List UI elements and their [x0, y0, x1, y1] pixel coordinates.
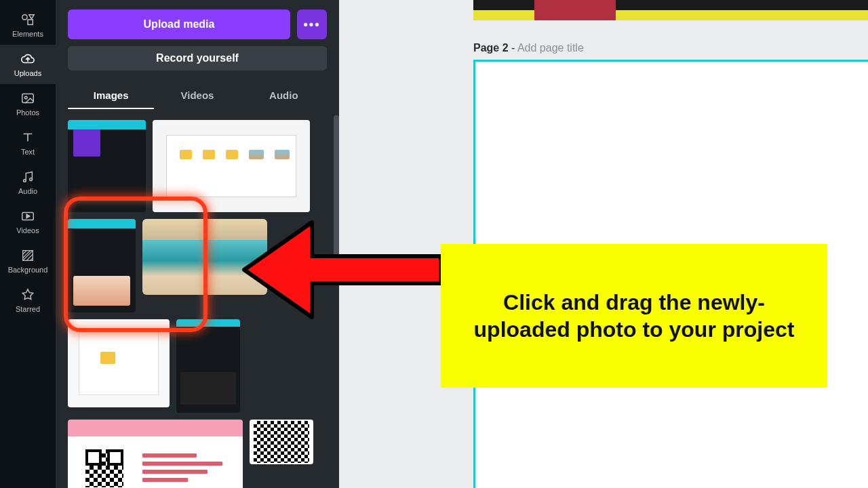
page-title-placeholder[interactable]: Add page title	[517, 42, 584, 54]
upload-thumbnail[interactable]	[68, 219, 136, 312]
sidebar-item-label: Starred	[16, 305, 40, 313]
sidebar-item-label: Audio	[18, 187, 37, 195]
page-preview-cropped	[473, 0, 868, 20]
upload-thumbnail[interactable]	[68, 420, 243, 488]
sidebar-item-label: Photos	[16, 108, 39, 117]
shapes-icon	[20, 12, 35, 27]
uploads-grid	[68, 120, 327, 488]
hatch-icon	[20, 248, 35, 263]
upload-more-button[interactable]: •••	[297, 9, 327, 39]
upload-thumbnail[interactable]	[153, 120, 310, 212]
sidebar-item-label: Text	[21, 148, 35, 156]
upload-thumbnail[interactable]	[68, 319, 170, 407]
upload-thumbnail[interactable]	[68, 120, 146, 212]
sidebar-item-starred[interactable]: Starred	[0, 281, 56, 320]
tutorial-callout-text: Click and drag the newly-uploaded photo …	[465, 289, 803, 343]
upload-thumbnail[interactable]	[176, 319, 240, 413]
tab-audio[interactable]: Audio	[241, 83, 327, 109]
image-icon	[20, 91, 35, 106]
svg-point-3	[24, 96, 27, 99]
upload-media-button[interactable]: Upload media	[68, 9, 290, 39]
upload-thumbnail[interactable]	[250, 420, 313, 464]
sidebar-item-label: Elements	[12, 30, 43, 38]
uploads-panel: Upload media ••• Record yourself Images …	[56, 0, 339, 488]
svg-point-4	[24, 180, 26, 182]
svg-rect-1	[28, 20, 33, 24]
sidebar-item-elements[interactable]: Elements	[0, 5, 56, 45]
page-number: Page 2	[473, 42, 509, 54]
cloud-upload-icon	[20, 52, 35, 66]
panel-scrollbar[interactable]	[334, 115, 339, 264]
svg-point-0	[22, 15, 27, 20]
text-icon	[20, 130, 35, 145]
page-label[interactable]: Page 2 - Add page title	[473, 42, 584, 54]
page-title-sep: -	[509, 42, 517, 54]
tab-images[interactable]: Images	[68, 83, 154, 109]
sidebar-item-audio[interactable]: Audio	[0, 163, 56, 202]
sidebar-item-uploads[interactable]: Uploads	[0, 45, 56, 84]
sidebar-item-text[interactable]: Text	[0, 123, 56, 163]
sidebar-item-background[interactable]: Background	[0, 241, 56, 281]
record-yourself-button[interactable]: Record yourself	[68, 46, 327, 70]
sidebar-item-label: Videos	[16, 226, 39, 235]
sidebar-item-photos[interactable]: Photos	[0, 84, 56, 123]
sidebar-item-label: Uploads	[14, 69, 41, 77]
sidebar-item-label: Background	[8, 266, 48, 274]
tutorial-callout: Click and drag the newly-uploaded photo …	[441, 244, 827, 388]
svg-point-5	[30, 178, 33, 181]
tab-videos[interactable]: Videos	[154, 83, 240, 109]
sidebar-rail: Elements Uploads Photos Text Audio Video…	[0, 0, 56, 488]
music-note-icon	[20, 169, 35, 184]
sidebar-item-videos[interactable]: Videos	[0, 202, 56, 241]
uploads-tabs: Images Videos Audio	[68, 83, 327, 109]
play-rect-icon	[20, 209, 35, 224]
upload-thumbnail-beach[interactable]	[142, 219, 267, 295]
star-icon	[20, 287, 35, 302]
